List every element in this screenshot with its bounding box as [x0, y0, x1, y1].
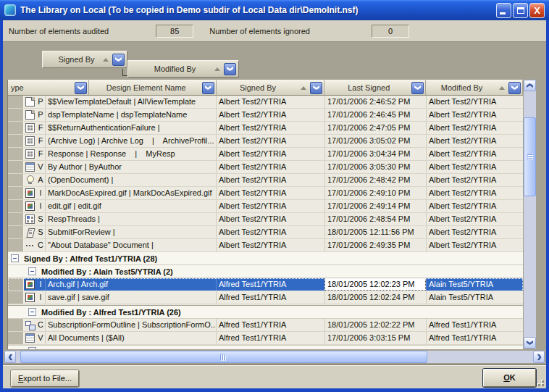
group-by-signed-by-button[interactable]: Signed By: [42, 51, 127, 68]
group-label: Modified By : Alfred Test1/YTRIA (26): [41, 308, 181, 317]
app-icon: [4, 4, 16, 16]
column-header-modified-by[interactable]: Modified By: [426, 80, 523, 96]
chevron-down-icon: [313, 86, 319, 90]
cell-signed-by: Albert Test2/YTRIA: [216, 213, 324, 225]
group-modified-by-dropdown-button[interactable]: [224, 63, 236, 75]
table-row[interactable]: SSubmitForReview |Albert Test2/YTRIA18/0…: [8, 226, 523, 239]
outline-icon: [25, 320, 35, 330]
cell-modified-by: Albert Test2/YTRIA: [426, 135, 523, 147]
ok-button[interactable]: OK: [483, 369, 536, 387]
cell-last-signed: 17/01/2006 2:47:05 PM: [324, 122, 426, 134]
type-letter: I: [36, 187, 45, 199]
sort-ascending-icon: [103, 58, 109, 62]
dialog-window: The Library on Local (To be copied in De…: [0, 0, 549, 392]
cell-last-signed: 17/01/2006 2:49:14 PM: [324, 200, 426, 212]
group-indent-gutter: [8, 213, 24, 225]
cell-last-signed-focused: 18/01/2005 12:02:23 PM: [324, 278, 426, 291]
scroll-up-button[interactable]: [524, 80, 536, 91]
cell-last-signed: 17/01/2006 2:46:45 PM: [324, 109, 426, 121]
export-to-file-button[interactable]: Export to File...: [11, 370, 79, 387]
group-row-signed-by[interactable]: Signed By : Alfred Test1/YTRIA (28): [8, 252, 523, 265]
type-letter: F: [36, 135, 45, 147]
column-header-modified-label: Modified By: [427, 83, 496, 92]
type-letter: S: [36, 226, 45, 238]
cell-last-signed: 18/01/2005 12:02:24 PM: [324, 291, 426, 304]
cell-last-signed: 17/01/2006 2:48:42 PM: [324, 174, 426, 186]
table-row[interactable]: C"About Database" Document |Albert Test2…: [8, 239, 523, 252]
horizontal-scrollbar-thumb[interactable]: [20, 351, 427, 363]
group-indent-gutter: [8, 319, 24, 331]
group-indent-gutter: [8, 161, 24, 173]
column-header-signed-by[interactable]: Signed By: [217, 80, 325, 96]
name-filter-dropdown-button[interactable]: [202, 82, 214, 94]
group-indent-gutter: [8, 239, 24, 251]
page-icon: [25, 110, 35, 120]
page-icon: [25, 97, 35, 107]
table-row[interactable]: F$$ReturnAuthenticationFailure |Albert T…: [8, 122, 523, 135]
scroll-left-button[interactable]: [4, 351, 16, 363]
group-indent-gutter: [8, 174, 24, 186]
scroll-right-button[interactable]: [533, 351, 545, 363]
table-row[interactable]: Isave.gif | save.gifAlfred Test1/YTRIA18…: [8, 291, 523, 304]
group-indent-gutter: [8, 200, 24, 212]
chevron-right-icon: [537, 354, 541, 360]
group-by-modified-by-button[interactable]: Modified By: [127, 60, 239, 78]
table-row[interactable]: VBy Author | ByAuthorAlbert Test2/YTRIA1…: [8, 161, 523, 174]
table-row[interactable]: Iedit.gif | edit.gifAlbert Test2/YTRIA17…: [8, 200, 523, 213]
table-row[interactable]: VAll Documents | ($All)Alfred Test1/YTRI…: [8, 332, 523, 345]
group-signed-by-dropdown-button[interactable]: [112, 54, 125, 66]
chevron-down-icon: [77, 86, 84, 90]
title-bar: The Library on Local (To be copied in De…: [0, 0, 549, 20]
cell-name: MarkDocAsExpired.gif | MarkDocAsExpired.…: [45, 187, 216, 199]
cell-modified-by: Albert Test2/YTRIA: [426, 187, 523, 199]
collapse-minus-icon[interactable]: [11, 254, 19, 262]
collapse-minus-icon[interactable]: [28, 308, 36, 316]
vertical-scrollbar-thumb[interactable]: [524, 117, 536, 196]
scroll-down-button[interactable]: [524, 337, 536, 349]
minimize-button[interactable]: [496, 3, 511, 18]
cell-name: By Author | ByAuthor: [45, 161, 216, 173]
horizontal-scrollbar[interactable]: [4, 351, 545, 363]
grid-body: P$$ViewTemplateDefault | AllViewTemplate…: [8, 96, 523, 349]
table-row[interactable]: PdspTemplateName | dspTemplateNameAlbert…: [8, 109, 523, 122]
type-letter: P: [36, 96, 45, 108]
table-row[interactable]: CSubscriptionFormOutline | SubscriptionF…: [8, 319, 523, 332]
cell-signed-by: Albert Test2/YTRIA: [216, 174, 324, 186]
column-header-type[interactable]: ype: [8, 80, 89, 96]
column-header-design-element-name[interactable]: Design Element Name: [89, 80, 217, 96]
ignored-label: Number of elements ignored: [209, 27, 310, 36]
chevron-left-icon: [8, 354, 12, 360]
cell-last-signed: 17/01/2006 3:05:30 PM: [324, 161, 426, 173]
chevron-down-icon: [205, 86, 211, 90]
group-row-modified-by[interactable]: Modified By : Alfred Test1/YTRIA (26): [8, 306, 523, 319]
cell-last-signed: 17/01/2006 2:48:54 PM: [324, 213, 426, 225]
maximize-button[interactable]: [513, 3, 528, 18]
modified-filter-dropdown-button[interactable]: [508, 82, 521, 94]
vertical-scrollbar[interactable]: [524, 80, 536, 349]
resize-grip[interactable]: [535, 378, 544, 386]
signed-filter-dropdown-button[interactable]: [310, 82, 322, 94]
cell-name: SubmitForReview |: [45, 226, 216, 238]
last-filter-dropdown-button[interactable]: [411, 82, 424, 94]
close-button[interactable]: X: [529, 3, 545, 18]
cell-last-signed: 17/01/2006 2:46:52 PM: [324, 96, 426, 108]
table-row-selected[interactable]: IArch.gif | Arch.gifAlfred Test1/YTRIA18…: [8, 278, 523, 291]
collapse-minus-icon[interactable]: [28, 267, 36, 275]
cell-signed-by: Albert Test2/YTRIA: [216, 239, 324, 251]
table-row[interactable]: F(Archive Log) | Archive Log | ArchivePr…: [8, 135, 523, 148]
cell-last-signed: 17/01/2006 3:05:02 PM: [324, 135, 426, 147]
table-row[interactable]: P$$ViewTemplateDefault | AllViewTemplate…: [8, 96, 523, 109]
group-row-modified-by[interactable]: Modified By : Alain Test5/YTRIA (2): [8, 265, 523, 278]
table-row[interactable]: FResponse | Response | MyRespAlbert Test…: [8, 148, 523, 161]
chevron-down-icon: [527, 341, 533, 345]
type-letter: P: [36, 109, 45, 121]
column-header-last-signed[interactable]: Last Signed: [324, 80, 426, 96]
cell-modified-by: Albert Test2/YTRIA: [426, 239, 523, 251]
table-row[interactable]: IMarkDocAsExpired.gif | MarkDocAsExpired…: [8, 187, 523, 200]
type-filter-dropdown-button[interactable]: [75, 82, 87, 94]
table-row[interactable]: A(OpenDocument) |Albert Test2/YTRIA17/01…: [8, 174, 523, 187]
cell-last-signed: 17/01/2006 2:49:10 PM: [324, 187, 426, 199]
close-icon: X: [530, 4, 544, 17]
ignored-value: 0: [372, 25, 409, 38]
table-row[interactable]: SRespThreads |Albert Test2/YTRIA17/01/20…: [8, 213, 523, 226]
